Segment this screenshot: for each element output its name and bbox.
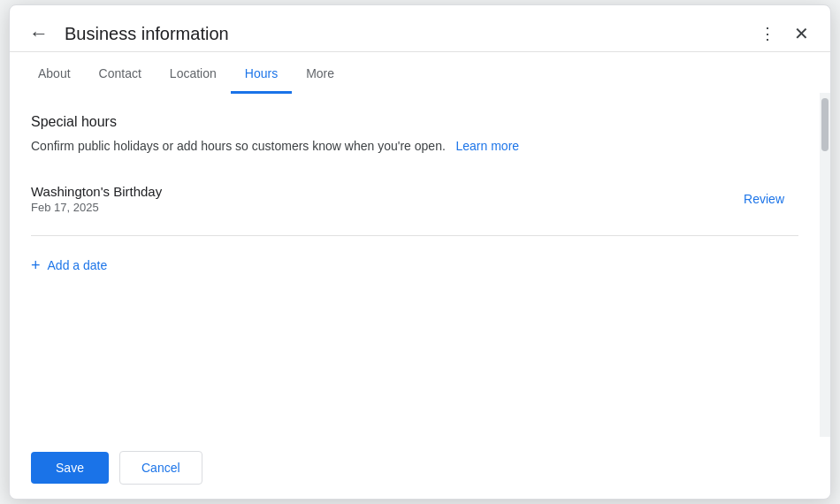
back-arrow-icon: ← bbox=[29, 22, 49, 45]
cancel-button[interactable]: Cancel bbox=[119, 451, 202, 485]
learn-more-link[interactable]: Learn more bbox=[455, 139, 519, 153]
scroll-area: Special hours Confirm public holidays or… bbox=[10, 93, 820, 437]
tab-more[interactable]: More bbox=[292, 56, 348, 94]
tab-about[interactable]: About bbox=[24, 56, 85, 94]
add-date-button[interactable]: + Add a date bbox=[31, 250, 107, 280]
header-actions: ⋮ ✕ bbox=[752, 16, 816, 51]
divider bbox=[31, 235, 798, 236]
tab-location[interactable]: Location bbox=[156, 56, 231, 94]
save-button[interactable]: Save bbox=[31, 452, 109, 484]
plus-icon: + bbox=[31, 257, 41, 273]
section-description: Confirm public holidays or add hours so … bbox=[31, 137, 798, 156]
business-info-dialog: ← Business information ⋮ ✕ About Contact… bbox=[9, 4, 831, 500]
scrollbar[interactable] bbox=[820, 93, 830, 437]
back-button[interactable]: ← bbox=[24, 17, 54, 50]
dialog-footer: Save Cancel bbox=[10, 437, 830, 499]
more-options-icon: ⋮ bbox=[760, 24, 776, 43]
holiday-info: Washington's Birthday Feb 17, 2025 bbox=[31, 184, 729, 214]
more-options-button[interactable]: ⋮ bbox=[752, 17, 783, 50]
tab-bar: About Contact Location Hours More bbox=[10, 56, 830, 93]
dialog-header: ← Business information ⋮ ✕ bbox=[10, 5, 830, 52]
close-icon: ✕ bbox=[794, 23, 809, 44]
add-date-label: Add a date bbox=[48, 258, 108, 272]
tab-hours[interactable]: Hours bbox=[231, 56, 292, 94]
dialog-title: Business information bbox=[65, 24, 742, 44]
close-button[interactable]: ✕ bbox=[787, 16, 816, 51]
dialog-content: Special hours Confirm public holidays or… bbox=[10, 93, 830, 437]
tab-contact[interactable]: Contact bbox=[85, 56, 156, 94]
holiday-date: Feb 17, 2025 bbox=[31, 201, 729, 214]
holiday-row: Washington's Birthday Feb 17, 2025 Revie… bbox=[31, 177, 798, 221]
section-desc-text: Confirm public holidays or add hours so … bbox=[31, 139, 446, 153]
section-title: Special hours bbox=[31, 114, 798, 130]
holiday-name: Washington's Birthday bbox=[31, 184, 729, 199]
scrollbar-thumb[interactable] bbox=[821, 98, 829, 151]
review-button[interactable]: Review bbox=[729, 185, 798, 213]
